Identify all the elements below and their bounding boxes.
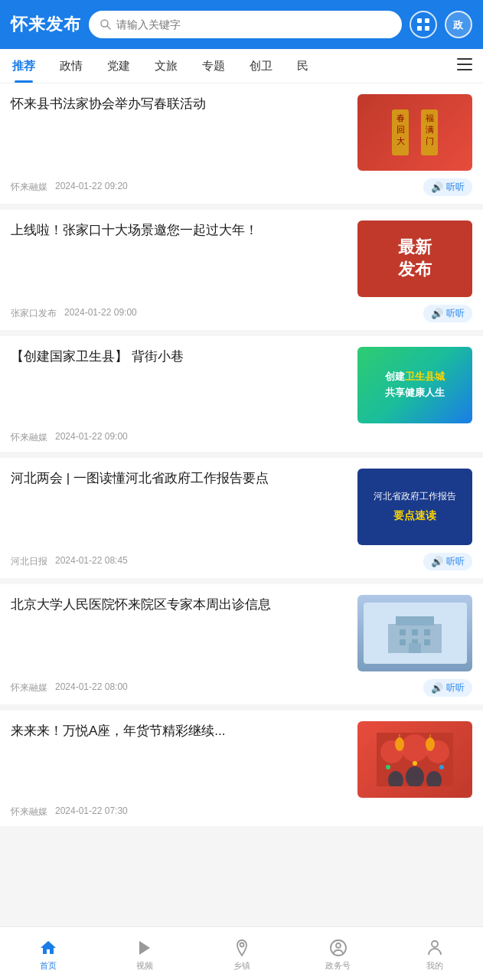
nav-menu-button[interactable] <box>446 49 483 83</box>
news-item[interactable]: 【创建国家卫生县】 背街小巷 创建卫生县城共享健康人生 怀来融媒 2024-01… <box>0 336 483 452</box>
news-item[interactable]: 上线啦！张家口十大场景邀您一起过大年！ 最新发布 张家口发布 2024-01-2… <box>0 210 483 330</box>
gov-label: 政务号 <box>325 960 351 972</box>
news-meta: 怀来融媒 2024-01-22 07:30 <box>11 798 472 826</box>
gov-icon: 政 <box>451 17 466 32</box>
tab-zhuanti[interactable]: 专题 <box>190 50 237 83</box>
svg-point-44 <box>336 943 341 948</box>
news-meta: 怀来融媒 2024-01-22 09:00 <box>11 423 472 452</box>
listen-label: 听听 <box>446 307 465 320</box>
listen-button[interactable]: 🔊 听听 <box>423 178 472 196</box>
news-title: 北京大学人民医院怀来院区专家本周出诊信息 <box>11 595 348 615</box>
svg-point-40 <box>413 761 417 766</box>
news-meta: 怀来融媒 2024-01-22 09:20 🔊 听听 <box>11 171 472 204</box>
news-source: 怀来融媒 <box>11 181 47 194</box>
svg-text:回: 回 <box>397 125 405 134</box>
gov-button[interactable]: 政 <box>445 11 472 38</box>
home-label: 首页 <box>40 960 57 972</box>
news-thumbnail: 最新发布 <box>357 220 472 297</box>
news-source: 怀来融媒 <box>11 431 47 444</box>
svg-rect-20 <box>400 629 406 635</box>
news-source: 怀来融媒 <box>11 805 47 818</box>
person-icon <box>426 939 444 957</box>
listen-icon: 🔊 <box>431 682 443 694</box>
tab-tuijian[interactable]: 推荐 <box>0 50 47 83</box>
news-time: 2024-01-22 09:20 <box>55 181 128 194</box>
news-item[interactable]: 北京大学人民医院怀来院区专家本周出诊信息 <box>0 584 483 704</box>
listen-button[interactable]: 🔊 听听 <box>423 305 472 322</box>
svg-line-1 <box>107 26 110 29</box>
bottom-nav-mine[interactable]: 我的 <box>387 936 483 972</box>
video-icon <box>135 939 154 957</box>
tab-zhengqing[interactable]: 政情 <box>47 50 95 83</box>
header-icons: 政 <box>410 11 472 38</box>
news-item[interactable]: 怀来县书法家协会举办写春联活动 春 回 大 福 满 门 <box>0 83 483 204</box>
svg-point-45 <box>432 941 438 947</box>
listen-label: 听听 <box>446 555 465 568</box>
news-text: 【创建国家卫生县】 背街小巷 <box>11 347 348 373</box>
news-meta: 张家口发布 2024-01-22 09:00 🔊 听听 <box>11 297 472 330</box>
listen-button[interactable]: 🔊 听听 <box>423 679 472 697</box>
news-meta: 河北日报 2024-01-22 08:45 🔊 听听 <box>11 545 472 578</box>
apps-button[interactable] <box>410 11 437 38</box>
news-thumbnail: 河北省政府工作报告 要点速读 <box>357 469 472 545</box>
news-title: 河北两会 | 一图读懂河北省政府工作报告要点 <box>11 469 348 488</box>
header: 怀来发布 政 <box>0 0 483 49</box>
svg-point-29 <box>401 734 429 762</box>
news-text: 来来来！万悦A座，年货节精彩继续... <box>11 721 348 747</box>
search-icon <box>100 18 112 31</box>
news-item[interactable]: 来来来！万悦A座，年货节精彩继续... <box>0 710 483 826</box>
tab-dangjian[interactable]: 党建 <box>95 50 142 83</box>
news-source: 河北日报 <box>11 555 47 568</box>
svg-rect-23 <box>400 639 406 645</box>
person-circle-icon <box>329 939 348 957</box>
news-text: 怀来县书法家协会举办写春联活动 <box>11 94 348 120</box>
app-logo: 怀来发布 <box>11 13 81 36</box>
nav-tabs: 推荐 政情 党建 文旅 专题 创卫 民 <box>0 49 483 83</box>
svg-point-39 <box>439 765 444 769</box>
news-meta: 怀来融媒 2024-01-22 08:00 🔊 听听 <box>11 671 472 704</box>
search-bar[interactable] <box>89 11 402 38</box>
news-time: 2024-01-22 09:00 <box>55 431 128 444</box>
news-text: 河北两会 | 一图读懂河北省政府工作报告要点 <box>11 469 348 495</box>
news-source: 张家口发布 <box>11 307 57 320</box>
svg-text:满: 满 <box>426 125 434 134</box>
tab-min[interactable]: 民 <box>285 50 321 83</box>
tab-chuangwei[interactable]: 创卫 <box>237 50 285 83</box>
svg-rect-22 <box>424 629 430 635</box>
svg-rect-26 <box>409 643 421 653</box>
news-thumbnail: 春 回 大 福 满 门 <box>357 94 472 171</box>
svg-rect-8 <box>457 64 472 65</box>
listen-icon: 🔊 <box>431 181 443 193</box>
svg-text:政: 政 <box>452 19 464 31</box>
news-time: 2024-01-22 08:00 <box>55 681 128 694</box>
news-source: 怀来融媒 <box>11 681 47 694</box>
video-label: 视频 <box>136 960 153 972</box>
bottom-nav-town[interactable]: 乡镇 <box>193 936 289 972</box>
tab-wenlv[interactable]: 文旅 <box>142 50 190 83</box>
news-thumbnail: 创建卫生县城共享健康人生 <box>357 347 472 423</box>
svg-text:门: 门 <box>426 136 434 145</box>
mine-label: 我的 <box>426 960 443 972</box>
listen-icon: 🔊 <box>431 556 443 567</box>
search-input[interactable] <box>116 18 391 31</box>
svg-text:福: 福 <box>426 113 434 122</box>
svg-marker-41 <box>139 941 150 955</box>
news-title: 【创建国家卫生县】 背街小巷 <box>11 347 348 367</box>
news-thumbnail <box>357 721 472 798</box>
svg-point-31 <box>395 737 404 751</box>
bottom-nav-home[interactable]: 首页 <box>0 936 96 972</box>
bottom-nav-video[interactable]: 视频 <box>96 936 193 972</box>
news-text: 上线啦！张家口十大场景邀您一起过大年！ <box>11 220 348 247</box>
svg-rect-3 <box>425 18 429 23</box>
listen-button[interactable]: 🔊 听听 <box>423 553 472 570</box>
news-item[interactable]: 河北两会 | 一图读懂河北省政府工作报告要点 河北省政府工作报告 要点速读 河北… <box>0 458 483 578</box>
bottom-nav-gov[interactable]: 政务号 <box>290 936 387 972</box>
apps-icon <box>416 17 431 32</box>
svg-rect-4 <box>417 26 422 31</box>
news-time: 2024-01-22 08:45 <box>55 555 128 568</box>
location-icon <box>233 939 251 957</box>
svg-rect-25 <box>424 639 430 645</box>
svg-rect-19 <box>396 616 434 626</box>
svg-point-42 <box>240 943 243 947</box>
news-title: 怀来县书法家协会举办写春联活动 <box>11 94 348 114</box>
